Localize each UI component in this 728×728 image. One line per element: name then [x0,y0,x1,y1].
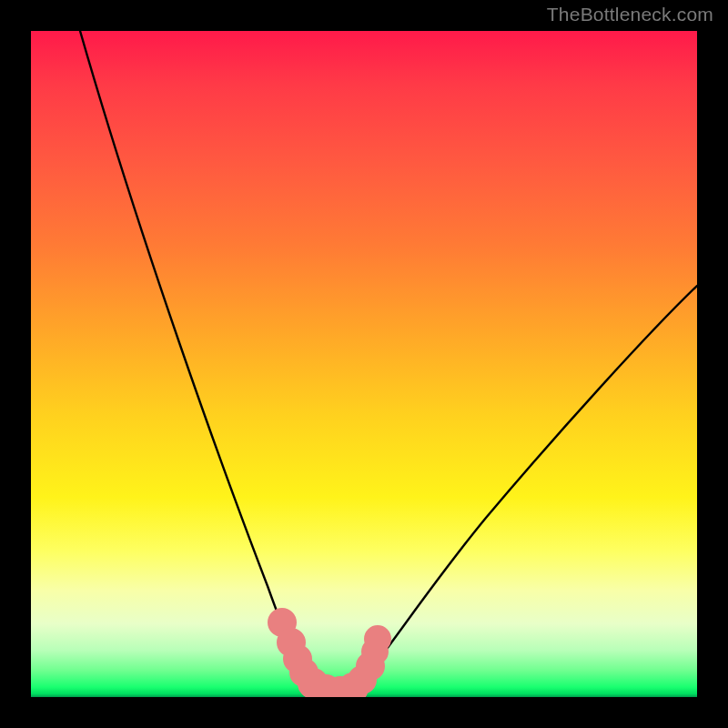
chart-frame: TheBottleneck.com [0,0,728,728]
curve-layer [31,31,697,697]
svg-point-11 [370,632,385,646]
watermark-text: TheBottleneck.com [547,4,713,25]
left-curve [80,31,311,682]
plot-area [31,31,697,697]
right-curve [359,286,697,682]
pink-marker-group [274,614,385,697]
svg-point-0 [274,614,290,631]
